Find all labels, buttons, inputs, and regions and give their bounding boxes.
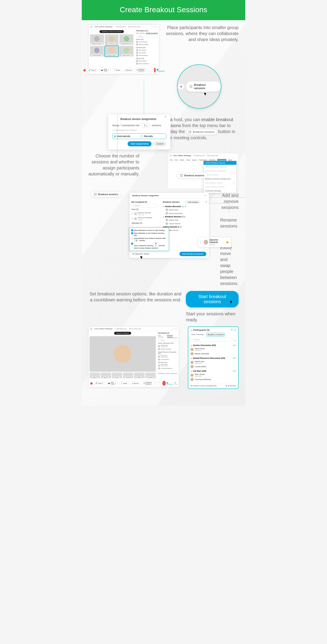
participant-item[interactable]: Courtney Mckinney [191, 378, 236, 382]
meeting-info-link[interactable]: ⓘ Meeting Info [115, 328, 127, 330]
close-icon[interactable]: ✕ [205, 194, 206, 197]
close-icon[interactable]: ✕ [234, 329, 236, 331]
record-button[interactable]: ● Record [123, 68, 134, 72]
session-member[interactable]: Tyrone Warren [165, 222, 207, 225]
group-label: Shared Resource Discussion (2/2) [158, 351, 178, 354]
group-label: Gamblers (3/3) [136, 47, 158, 48]
tab-breakout[interactable]: Breakout sessions [167, 335, 178, 338]
thumbnail[interactable]: Bessie A [101, 372, 111, 378]
tile-name: Dante Maxwell [91, 54, 102, 56]
thumbnail[interactable]: Marc B [134, 372, 144, 378]
end-button[interactable]: ✕ [154, 68, 156, 72]
popout-icon[interactable]: ⇱ [231, 329, 233, 331]
mute-button[interactable]: 🎤 Mute ▾ [93, 382, 105, 385]
stop-video-button[interactable]: 📷 Stop Video ▾ [106, 381, 118, 386]
breakout-sessions-pill[interactable]: Breakout sessions [186, 81, 221, 92]
host-item[interactable]: Giacomo EdwardsCohost [131, 216, 159, 221]
meeting-info-link[interactable]: Meeting Info [116, 26, 126, 28]
cancel-button[interactable]: Cancel [153, 141, 166, 146]
option-auto-close[interactable]: Automatically close breakout sessions af… [131, 237, 167, 242]
participants-title: Participants (11) [136, 30, 158, 32]
assignments-link[interactable]: ⊞ Breakout session assignments [191, 385, 217, 387]
session-2[interactable]: ⌄ Breakout Session 2 (2) [163, 215, 207, 218]
option-countdown[interactable]: Show countdown warning 60 ▾ seconds befo… [131, 242, 167, 250]
participant-item[interactable]: Loretta Martin [191, 364, 236, 368]
tab-breakout[interactable]: Breakout sessions [207, 333, 225, 336]
breakout-button[interactable]: ⊞ Breakout sessions [134, 68, 147, 72]
stop-video-button[interactable]: 📷 Stop video ▾ [99, 68, 111, 72]
group-label: Section Discussion (2/2) [193, 344, 216, 346]
option-return[interactable]: Allow attendees to return to main meetin… [131, 229, 167, 232]
search-input[interactable]: ⌕ Search [191, 338, 233, 342]
meeting-info-link[interactable]: ⓘ Meeting Info [193, 154, 205, 157]
mute-button[interactable]: 🎤 Mute ▾ [87, 68, 98, 72]
participant: Courtney Mckinney [161, 368, 172, 369]
window-controls[interactable]: — ☐ ✕ [171, 328, 177, 330]
breakout-sessions-button[interactable]: Breakout sessions [177, 172, 208, 178]
search-input[interactable]: ⌕ Search [158, 339, 178, 342]
thumbnail[interactable]: David L [112, 372, 122, 378]
tab-main-meeting[interactable]: Main meeting [136, 32, 145, 34]
participant-item[interactable]: Marc BrownModerator [191, 373, 236, 378]
window-controls[interactable]: — ☐ ✕ [152, 26, 157, 28]
join-link[interactable]: Join [233, 370, 236, 372]
option-join-later[interactable]: Allow attendees to join breakout session… [131, 232, 167, 237]
tab-breakout[interactable]: Breakout sessions [146, 32, 158, 34]
assignments-link[interactable]: ⊞ Breakout session assignments [158, 372, 178, 374]
apple-icon: 🍎 [83, 69, 86, 72]
record-button[interactable]: ● Record [130, 382, 141, 385]
participants-link[interactable]: 👥 Participants [167, 382, 173, 385]
share-button[interactable]: ↥ Share [119, 382, 129, 385]
radio-automatically[interactable]: Automatically [113, 134, 139, 139]
sort-icon[interactable]: ↓≡ [234, 339, 236, 342]
search-input[interactable]: ⌕ Search [131, 204, 159, 207]
pencil-icon[interactable]: ✎ [185, 206, 186, 208]
share-button[interactable]: ↥ Share [112, 68, 122, 72]
start-assignments-button[interactable]: Start assignments [128, 141, 152, 146]
chat-link[interactable]: 💬 Chat [174, 382, 177, 385]
tab-main-meeting[interactable]: Main meeting [191, 333, 204, 336]
thumbnail[interactable]: Loretta M [123, 372, 133, 378]
radio-manually[interactable]: Manually [139, 134, 166, 139]
participant: Loretta Martin [161, 359, 169, 360]
tile-name: Eleanor Nash [107, 54, 117, 56]
drag-participant-badge[interactable]: Giacomo EdwardsCohost ✊ [198, 237, 231, 247]
hide-menu-link[interactable]: Hide menu bar [207, 154, 218, 156]
session-1[interactable]: ⌄ Section discussio2✎ [163, 205, 207, 208]
participant-item[interactable]: Maria RossiModerator [191, 347, 236, 352]
breakout-sessions-pill[interactable]: Breakout sessions [91, 191, 121, 197]
hide-menu-link[interactable]: Show menu bar [128, 26, 140, 28]
big-start-button[interactable]: Start breakout sessions [186, 291, 239, 307]
join-link[interactable]: Join [233, 344, 236, 346]
search-input[interactable]: ⌕ Search [136, 35, 158, 38]
session-member[interactable]: Nathan Bell [165, 218, 207, 222]
options-link[interactable]: ⚙ Options [132, 253, 142, 255]
more-button[interactable]: ⋯ [156, 382, 162, 385]
end-button[interactable]: ✕ [162, 381, 166, 386]
session-count-input[interactable]: 3 ▴▾ [142, 123, 150, 127]
breakout-button[interactable]: ⊞ Breakout sessions [142, 381, 155, 386]
session-3[interactable]: reakout Session 3 (1) [163, 225, 207, 228]
add-session-button[interactable]: + Add Session [185, 200, 200, 204]
host-item[interactable]: Barbara GermanHost, me [131, 211, 159, 216]
participants-link[interactable]: 👥 Participants [157, 68, 165, 72]
participant-item[interactable]: David LiamModerator [191, 360, 236, 364]
more-button[interactable]: ⋯ [148, 68, 153, 72]
session-member[interactable]: Maria Rossi [165, 208, 207, 212]
tab-main-meeting[interactable]: Main meeting [158, 335, 166, 338]
session-member[interactable]: Marc Brown [165, 228, 207, 232]
hide-menu-link[interactable]: Show menu bar [129, 328, 141, 330]
join-link[interactable]: Join [233, 357, 236, 359]
assign-label: sessions [152, 124, 161, 127]
participant-item[interactable]: Bessie Alexander [191, 352, 236, 356]
thumbnail[interactable]: Courtney [145, 372, 156, 378]
start-breakout-button[interactable]: Start Breakout Sessions [179, 252, 206, 256]
participants-title: Participants (9) [158, 332, 178, 334]
broadcast-link[interactable]: 📡 Broadcast [225, 385, 236, 387]
session-member[interactable]: Bessie Alexander [165, 212, 207, 215]
page-title: Create Breakout Sessions [82, 0, 245, 20]
thumbnail[interactable]: Maria R [89, 372, 100, 378]
reset-link[interactable]: ↻ Reset [142, 253, 149, 255]
cursor-icon [205, 92, 208, 95]
close-icon[interactable]: ✕ [164, 115, 166, 118]
